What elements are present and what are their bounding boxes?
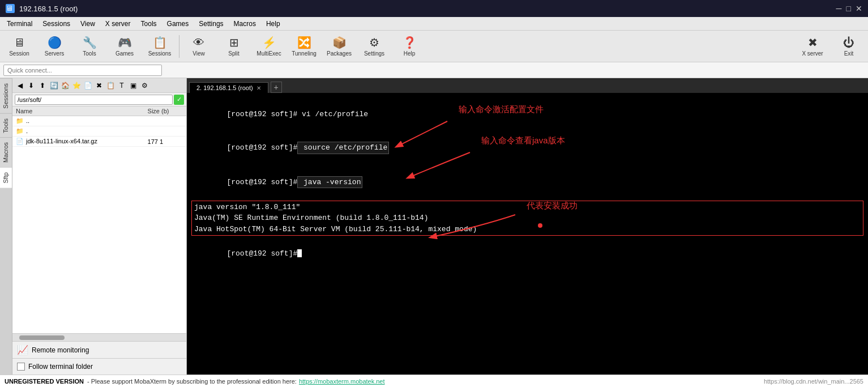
menu-terminal[interactable]: Terminal bbox=[2, 19, 37, 29]
follow-folder-section[interactable]: Follow terminal folder bbox=[12, 359, 186, 375]
term-line-6: Java HotSpot(TM) 64-Bit Server VM (build… bbox=[194, 224, 861, 235]
file-list-item[interactable]: 📄jdk-8u111-linux-x64.tar.gz177 1 bbox=[12, 137, 186, 147]
toolbar-icon-help: ❓ bbox=[403, 36, 417, 49]
version-output-box: java version "1.8.0_111" Java(TM) SE Run… bbox=[191, 201, 863, 236]
new-tab-button[interactable]: + bbox=[271, 82, 282, 93]
file-list-item[interactable]: 📁. bbox=[12, 126, 186, 137]
path-ok-button[interactable]: ✓ bbox=[174, 95, 184, 105]
toolbar: 🖥Session🔵Servers🔧Tools🎮Games📋Sessions👁Vi… bbox=[0, 31, 868, 62]
main-area: SessionsToolsMacrosSftp ◀ ⬇ ⬆ 🔄 🏠 ⭐ 📄 ✖ … bbox=[0, 78, 868, 375]
menu-view[interactable]: View bbox=[76, 19, 100, 29]
maximize-button[interactable]: □ bbox=[846, 4, 851, 13]
menu-macros[interactable]: Macros bbox=[229, 19, 260, 29]
file-list-item[interactable]: 📁.. bbox=[12, 116, 186, 126]
toolbar-btn-help[interactable]: ❓Help bbox=[392, 32, 426, 61]
terminal-tab-1[interactable]: 2. 192.168.1.5 (root) ✕ bbox=[189, 82, 268, 93]
toolbar-icon-tools: 🔧 bbox=[83, 36, 97, 49]
toolbar-icon-packages: 📦 bbox=[332, 36, 347, 49]
toolbar-btn-games[interactable]: 🎮Games bbox=[108, 32, 142, 61]
toolbar-right-icon-exit: ⏻ bbox=[843, 36, 854, 49]
terminal-area: 2. 192.168.1.5 (root) ✕ + [root@192 soft… bbox=[187, 78, 868, 375]
minimize-button[interactable]: ─ bbox=[836, 4, 842, 13]
toolbar-icon-view: 👁 bbox=[193, 36, 204, 49]
toolbar-icon-session: 🖥 bbox=[14, 36, 25, 49]
file-new-btn[interactable]: 📄 bbox=[83, 80, 93, 91]
file-settings-btn[interactable]: ⚙ bbox=[139, 80, 149, 91]
file-toolbar: ◀ ⬇ ⬆ 🔄 🏠 ⭐ 📄 ✖ 📋 T ▣ ⚙ bbox=[12, 78, 186, 93]
file-size: 177 1 bbox=[144, 137, 186, 147]
file-list: Name Size (b) 📁..📁.📄jdk-8u111-linux-x64.… bbox=[12, 107, 186, 333]
toolbar-sep-5 bbox=[179, 35, 179, 58]
window-controls: ─ □ ✕ bbox=[836, 4, 862, 13]
toolbar-btn-packages[interactable]: 📦Packages bbox=[322, 32, 356, 61]
remote-monitoring-button[interactable]: 📈 Remote monitoring bbox=[12, 342, 186, 359]
file-back-btn[interactable]: ◀ bbox=[15, 80, 25, 91]
menu-games[interactable]: Games bbox=[163, 19, 194, 29]
file-name: 📁.. bbox=[12, 116, 144, 126]
toolbar-btn-sessions[interactable]: 📋Sessions bbox=[143, 32, 177, 61]
menu-sessions[interactable]: Sessions bbox=[38, 19, 75, 29]
terminal-content[interactable]: [root@192 soft]# vi /etc/profile [root@1… bbox=[187, 93, 868, 375]
remote-monitoring-label: Remote monitoring bbox=[32, 346, 89, 354]
file-text-btn[interactable]: T bbox=[117, 80, 127, 91]
file-panel: ◀ ⬇ ⬆ 🔄 🏠 ⭐ 📄 ✖ 📋 T ▣ ⚙ ✓ Name Siz bbox=[12, 78, 187, 375]
side-tab-tools[interactable]: Tools bbox=[0, 113, 12, 138]
quick-connect-bar bbox=[0, 62, 868, 78]
file-copy-btn[interactable]: 📋 bbox=[105, 80, 116, 91]
terminal-tab-close[interactable]: ✕ bbox=[256, 85, 261, 91]
file-name: 📄jdk-8u111-linux-x64.tar.gz bbox=[12, 137, 144, 147]
follow-folder-checkbox[interactable] bbox=[17, 363, 25, 371]
toolbar-btn-multiexec[interactable]: ⚡MultiExec bbox=[252, 32, 286, 61]
window-title: 🖥 192.168.1.5 (root) bbox=[6, 4, 78, 13]
status-message: - Please support MobaXterm by subscribin… bbox=[87, 378, 297, 385]
file-delete-btn[interactable]: ✖ bbox=[94, 80, 104, 91]
term-line-7: [root@192 soft]# bbox=[191, 237, 863, 270]
toolbar-btn-tunneling[interactable]: 🔀Tunneling bbox=[287, 32, 321, 61]
file-name: 📁. bbox=[12, 126, 144, 137]
term-line-4: java version "1.8.0_111" bbox=[194, 202, 861, 213]
file-select-btn[interactable]: ▣ bbox=[128, 80, 138, 91]
toolbar-right-btn-x-server[interactable]: ✖X server bbox=[796, 32, 829, 61]
side-tab-sessions[interactable]: Sessions bbox=[0, 78, 12, 113]
path-input[interactable] bbox=[15, 95, 173, 105]
toolbar-icon-multiexec: ⚡ bbox=[262, 36, 276, 49]
quick-connect-input[interactable] bbox=[3, 65, 162, 76]
close-button[interactable]: ✕ bbox=[856, 4, 862, 13]
status-right: https://blog.cdn.net/win_main...2565 bbox=[764, 378, 863, 385]
toolbar-btn-view[interactable]: 👁View bbox=[182, 32, 216, 61]
file-size bbox=[144, 126, 186, 137]
file-up-btn[interactable]: ⬆ bbox=[37, 80, 48, 91]
unregistered-label: UNREGISTERED VERSION bbox=[5, 378, 84, 385]
menu-tools[interactable]: Tools bbox=[136, 19, 161, 29]
app-icon: 🖥 bbox=[6, 4, 15, 13]
menu-help[interactable]: Help bbox=[262, 19, 285, 29]
scrollbar-thumb bbox=[19, 335, 65, 340]
status-link[interactable]: https://mobaxterm.mobatek.net bbox=[299, 378, 385, 385]
toolbar-btn-session[interactable]: 🖥Session bbox=[2, 32, 36, 61]
path-bar: ✓ bbox=[12, 93, 186, 107]
toolbar-icon-sessions: 📋 bbox=[153, 36, 167, 49]
toolbar-btn-settings[interactable]: ⚙Settings bbox=[357, 32, 391, 61]
col-size: Size (b) bbox=[144, 107, 186, 116]
menu-bar: TerminalSessionsViewX serverToolsGamesSe… bbox=[0, 17, 868, 31]
toolbar-btn-servers[interactable]: 🔵Servers bbox=[37, 32, 71, 61]
file-refresh-btn[interactable]: 🔄 bbox=[49, 80, 59, 91]
horizontal-scrollbar[interactable] bbox=[12, 334, 186, 342]
file-down-btn[interactable]: ⬇ bbox=[26, 80, 36, 91]
term-line-1: [root@192 soft]# vi /etc/profile bbox=[191, 97, 863, 131]
side-tab-macros[interactable]: Macros bbox=[0, 137, 12, 167]
file-home-btn[interactable]: 🏠 bbox=[60, 80, 70, 91]
toolbar-icon-settings: ⚙ bbox=[369, 36, 379, 49]
toolbar-right-btn-exit[interactable]: ⏻Exit bbox=[832, 32, 866, 61]
menu-x server[interactable]: X server bbox=[101, 19, 135, 29]
file-bookmark-btn[interactable]: ⭐ bbox=[71, 80, 82, 91]
side-tab-sftp[interactable]: Sftp bbox=[0, 167, 12, 188]
status-bar: UNREGISTERED VERSION - Please support Mo… bbox=[0, 375, 868, 387]
terminal-tabs: 2. 192.168.1.5 (root) ✕ + bbox=[187, 78, 868, 93]
toolbar-btn-split[interactable]: ⊞Split bbox=[217, 32, 251, 61]
toolbar-icon-split: ⊞ bbox=[229, 36, 239, 49]
toolbar-icon-games: 🎮 bbox=[118, 36, 132, 49]
toolbar-btn-tools[interactable]: 🔧Tools bbox=[72, 32, 106, 61]
title-bar: 🖥 192.168.1.5 (root) ─ □ ✕ bbox=[0, 0, 868, 17]
menu-settings[interactable]: Settings bbox=[194, 19, 228, 29]
